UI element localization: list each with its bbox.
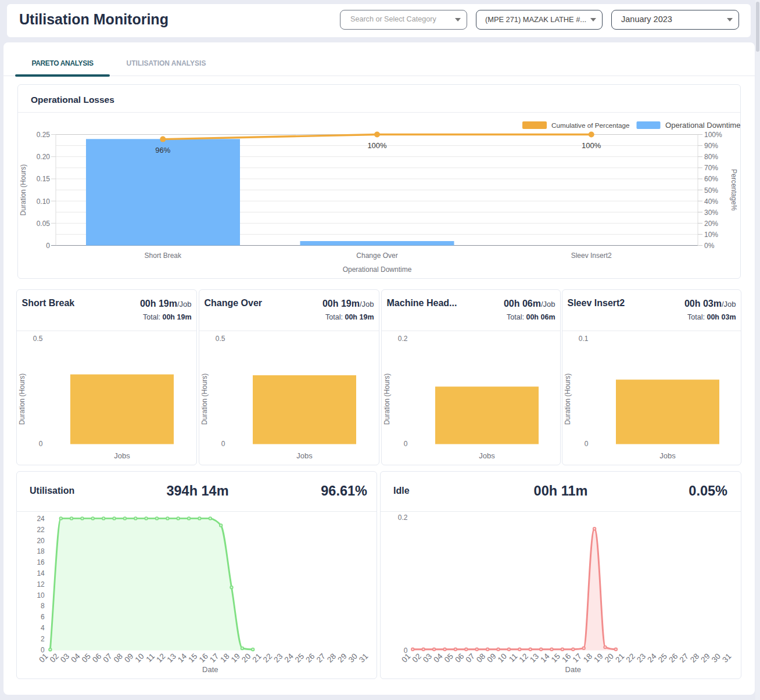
svg-text:10: 10 [496, 652, 508, 664]
svg-text:80%: 80% [704, 153, 718, 161]
svg-text:24: 24 [37, 515, 45, 523]
svg-text:20: 20 [37, 537, 45, 545]
svg-text:Jobs: Jobs [296, 451, 313, 460]
svg-text:20%: 20% [704, 220, 718, 228]
svg-text:10%: 10% [704, 231, 718, 239]
svg-text:40%: 40% [704, 198, 718, 206]
svg-text:Duration (Hours): Duration (Hours) [564, 374, 572, 425]
svg-text:0: 0 [38, 440, 42, 448]
svg-text:10: 10 [37, 591, 45, 600]
svg-text:0: 0 [46, 242, 50, 250]
svg-text:0.1: 0.1 [578, 335, 588, 343]
svg-text:Jobs: Jobs [659, 451, 676, 460]
svg-text:31: 31 [357, 652, 370, 664]
svg-text:8: 8 [41, 602, 45, 610]
svg-text:0.2: 0.2 [397, 335, 407, 343]
svg-text:Change Over: Change Over [356, 252, 397, 260]
svg-text:0.25: 0.25 [37, 131, 51, 139]
svg-text:Sleev Insert2: Sleev Insert2 [571, 252, 612, 260]
svg-text:4: 4 [41, 624, 45, 632]
svg-text:Duration (Hours): Duration (Hours) [19, 164, 27, 216]
svg-text:96%: 96% [155, 146, 170, 155]
svg-text:0: 0 [403, 440, 407, 448]
svg-text:Jobs: Jobs [114, 451, 130, 460]
svg-text:Short Break: Short Break [145, 252, 182, 260]
svg-text:Duration (Hours): Duration (Hours) [200, 374, 209, 425]
svg-text:Duration (Hours): Duration (Hours) [383, 374, 391, 425]
svg-text:Duration (Hours): Duration (Hours) [18, 374, 26, 425]
svg-text:0.2: 0.2 [398, 514, 408, 522]
svg-text:0.5: 0.5 [33, 335, 42, 343]
svg-text:31: 31 [720, 652, 733, 664]
svg-text:Percentage%: Percentage% [730, 169, 738, 211]
svg-text:0%: 0% [704, 242, 715, 250]
svg-text:12: 12 [37, 580, 45, 588]
svg-text:Operational Downtime: Operational Downtime [343, 265, 412, 274]
svg-text:Date: Date [565, 665, 581, 674]
svg-text:18: 18 [37, 547, 45, 555]
svg-text:Date: Date [202, 665, 218, 674]
svg-text:0.20: 0.20 [37, 153, 51, 161]
svg-text:30%: 30% [704, 209, 718, 217]
svg-text:0.15: 0.15 [37, 175, 51, 183]
svg-text:100%: 100% [704, 131, 722, 139]
svg-text:70%: 70% [704, 164, 718, 172]
svg-text:0: 0 [584, 440, 588, 448]
svg-text:2: 2 [41, 635, 45, 643]
svg-text:90%: 90% [704, 142, 718, 150]
svg-text:100%: 100% [367, 141, 387, 150]
svg-text:0.05: 0.05 [37, 220, 51, 228]
svg-text:14: 14 [37, 569, 45, 577]
svg-text:0.5: 0.5 [215, 335, 225, 343]
svg-text:16: 16 [37, 558, 45, 566]
svg-text:10: 10 [133, 652, 145, 664]
svg-text:50%: 50% [704, 186, 718, 195]
svg-text:Operational Downtime: Operational Downtime [665, 121, 740, 130]
svg-text:0.10: 0.10 [37, 198, 51, 206]
svg-text:22: 22 [37, 526, 45, 534]
svg-text:6: 6 [41, 613, 45, 621]
svg-text:Cumulative of Percentage: Cumulative of Percentage [551, 121, 629, 129]
svg-text:0: 0 [221, 440, 225, 448]
svg-text:60%: 60% [704, 175, 718, 183]
svg-text:100%: 100% [582, 141, 601, 150]
svg-text:Jobs: Jobs [479, 451, 495, 460]
